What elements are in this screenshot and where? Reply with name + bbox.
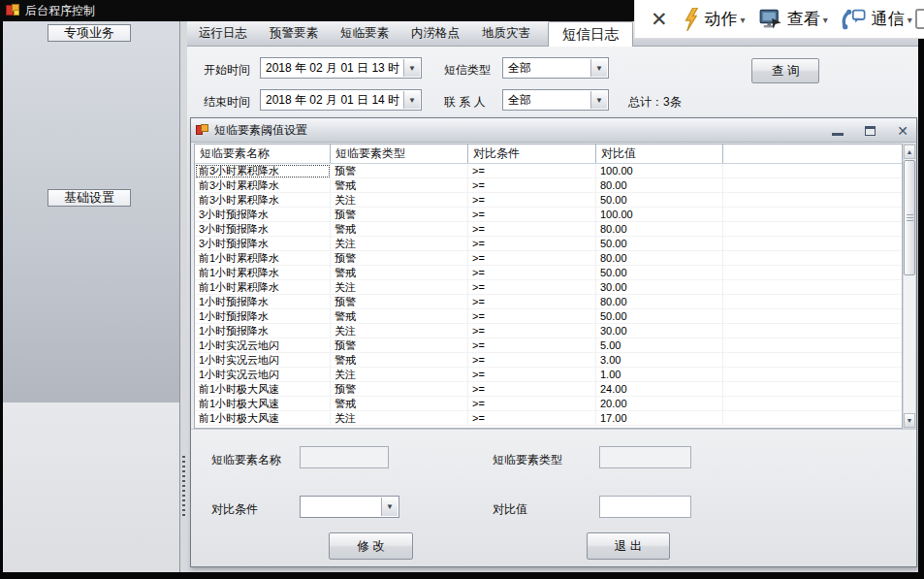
scroll-up-icon[interactable]: ▲ <box>904 145 915 159</box>
sms-type-label: 短信类型 <box>444 62 491 79</box>
form-value-input[interactable] <box>599 496 691 518</box>
close-icon[interactable]: ✕ <box>651 9 668 29</box>
tab-geo-disaster[interactable]: 地质灾害 <box>480 25 532 42</box>
tab-waterlogging-grid[interactable]: 内涝格点 <box>409 25 462 42</box>
table-cell: >= <box>468 280 596 295</box>
table-cell: >= <box>468 251 596 266</box>
table-row[interactable]: 前3小时累积降水关注>=50.00 <box>195 193 902 208</box>
end-time-picker[interactable]: 2018 年 02 月 01 日 14 时 ▼ <box>260 89 422 111</box>
dialog-titlebar[interactable]: 短临要素阈值设置 ✕ <box>191 118 916 143</box>
table-cell: 前1小时极大风速 <box>195 411 331 426</box>
maximize-icon[interactable] <box>865 126 876 136</box>
table-row[interactable]: 前1小时极大风速预警>=24.00 <box>195 382 902 397</box>
window-frame-bottom <box>0 572 924 579</box>
table-cell: 50.00 <box>596 309 723 324</box>
tab-nowcast-elements[interactable]: 短临要素 <box>338 25 391 42</box>
table-row[interactable]: 3小时预报降水警戒>=80.00 <box>195 222 902 237</box>
table-cell: 80.00 <box>596 251 723 266</box>
table-row[interactable]: 前1小时累积降水关注>=30.00 <box>195 280 902 295</box>
table-row[interactable]: 1小时预报降水警戒>=50.00 <box>195 309 902 324</box>
dialog-title: 短临要素阈值设置 <box>214 118 307 143</box>
action-menu[interactable]: 动作 ▾ <box>684 8 746 31</box>
table-cell <box>723 397 902 411</box>
tab-warning-elements[interactable]: 预警要素 <box>268 25 320 42</box>
partial-toolbar-icon[interactable] <box>915 9 924 29</box>
column-header-empty[interactable] <box>723 145 902 163</box>
table-row[interactable]: 1小时预报降水关注>=30.00 <box>195 324 902 338</box>
table-row[interactable]: 前3小时累积降水警戒>=80.00 <box>195 178 902 193</box>
form-type-label: 短临要素类型 <box>493 452 562 468</box>
table-row[interactable]: 前3小时累积降水预警>=100.00 <box>195 164 902 178</box>
sidebar-lower-panel <box>3 402 180 572</box>
column-header-type[interactable]: 短临要素类型 <box>331 145 468 163</box>
form-name-label: 短临要素名称 <box>211 452 281 468</box>
end-time-value: 2018 年 02 月 01 日 14 时 <box>266 93 399 107</box>
exit-button[interactable]: 退 出 <box>587 532 670 560</box>
table-cell: 80.00 <box>596 295 723 309</box>
table-cell: 前3小时累积降水 <box>195 164 331 178</box>
form-name-input[interactable] <box>300 446 389 468</box>
table-cell: 30.00 <box>596 324 723 338</box>
table-cell: 预警 <box>331 295 468 309</box>
table-cell: 前3小时累积降水 <box>195 193 331 208</box>
table-row[interactable]: 3小时预报降水预警>=100.00 <box>195 208 902 222</box>
table-row[interactable]: 1小时实况云地闪预警>=5.00 <box>195 338 902 353</box>
view-menu[interactable]: 查看 ▾ <box>759 8 828 31</box>
table-cell: 关注 <box>331 368 468 382</box>
tab-sms-log-active[interactable]: 短信日志 <box>548 21 633 47</box>
close-icon[interactable]: ✕ <box>897 124 908 138</box>
column-header-condition[interactable]: 对比条件 <box>468 145 596 163</box>
group-special-business: 专项业务 <box>48 24 131 42</box>
table-row[interactable]: 前1小时累积降水预警>=80.00 <box>195 251 902 266</box>
dropdown-arrow-icon[interactable]: ▼ <box>590 59 607 77</box>
table-cell: 1小时实况云地闪 <box>195 353 331 368</box>
table-row[interactable]: 3小时预报降水关注>=50.00 <box>195 237 902 251</box>
column-header-name[interactable]: 短临要素名称 <box>195 145 331 163</box>
vertical-splitter[interactable] <box>180 21 187 572</box>
table-cell: 关注 <box>331 324 468 338</box>
start-time-picker[interactable]: 2018 年 02 月 01 日 13 时 ▼ <box>260 57 422 79</box>
table-row[interactable]: 前1小时极大风速关注>=17.00 <box>195 411 902 426</box>
table-cell: >= <box>468 324 596 338</box>
contact-select[interactable]: 全部 ▼ <box>502 89 609 111</box>
table-cell: 30.00 <box>596 280 723 295</box>
table-row[interactable]: 1小时实况云地闪关注>=1.00 <box>195 368 902 382</box>
dropdown-arrow-icon[interactable]: ▼ <box>403 91 420 109</box>
table-row[interactable]: 前1小时极大风速警戒>=20.00 <box>195 397 902 411</box>
table-header-row[interactable]: 短临要素名称 短临要素类型 对比条件 对比值 <box>195 145 902 164</box>
table-cell: 24.00 <box>596 382 723 397</box>
query-button[interactable]: 查 询 <box>751 58 819 83</box>
comm-menu[interactable]: 通信 ▾ <box>842 8 912 31</box>
dropdown-arrow-icon[interactable]: ▼ <box>403 59 420 77</box>
table-cell <box>723 251 902 266</box>
minimize-icon[interactable] <box>832 133 844 136</box>
table-scrollbar[interactable]: ▲ ▼ <box>903 144 916 429</box>
table-cell: 预警 <box>331 251 468 266</box>
table-row[interactable]: 1小时实况云地闪警戒>=3.00 <box>195 353 902 368</box>
chevron-down-icon: ▾ <box>908 15 912 25</box>
sidebar-panel <box>3 21 180 402</box>
dropdown-arrow-icon[interactable]: ▼ <box>381 498 398 516</box>
table-cell <box>723 164 902 178</box>
table-cell <box>723 353 902 368</box>
modify-button[interactable]: 修 改 <box>329 532 413 560</box>
table-cell: 100.00 <box>596 164 723 178</box>
table-cell: >= <box>468 295 596 309</box>
table-row[interactable]: 前1小时累积降水警戒>=50.00 <box>195 266 902 280</box>
form-type-input[interactable] <box>599 446 691 468</box>
sms-type-select[interactable]: 全部 ▼ <box>502 57 609 79</box>
group-basic-settings: 基础设置 <box>48 189 131 207</box>
dropdown-arrow-icon[interactable]: ▼ <box>590 91 607 109</box>
table-cell: >= <box>468 237 596 251</box>
table-cell: >= <box>468 309 596 324</box>
scrollbar-thumb[interactable] <box>904 160 915 275</box>
table-cell: >= <box>468 222 596 237</box>
tab-run-log[interactable]: 运行日志 <box>197 25 249 42</box>
form-condition-select[interactable]: ▼ <box>300 496 399 518</box>
table-row[interactable]: 1小时预报降水预警>=80.00 <box>195 295 902 309</box>
table-cell: 1小时预报降水 <box>195 324 331 338</box>
table-cell: 1.00 <box>596 368 723 382</box>
scroll-down-icon[interactable]: ▼ <box>904 413 915 428</box>
column-header-value[interactable]: 对比值 <box>596 145 723 163</box>
table-cell: 警戒 <box>331 309 468 324</box>
